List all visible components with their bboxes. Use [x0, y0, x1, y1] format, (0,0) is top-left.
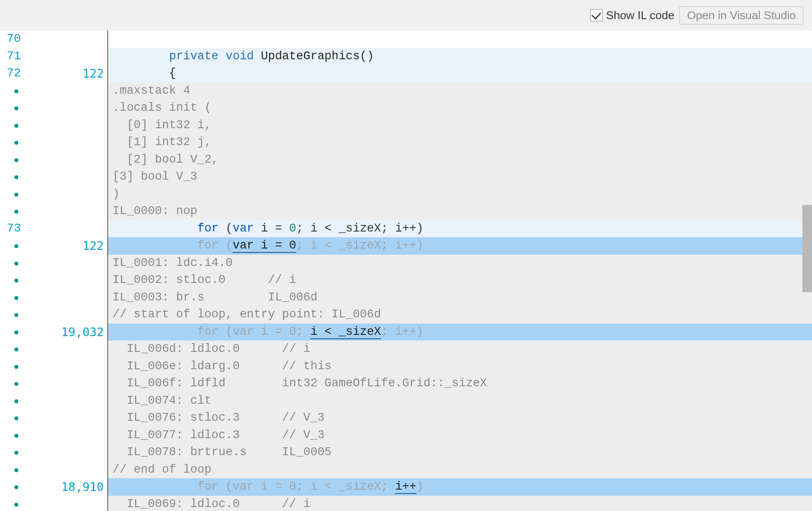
hit-count: 122 [23, 237, 107, 255]
highlight-line[interactable]: for (var i = 0; i < _sizeX; i++) [108, 324, 812, 341]
open-in-vs-button[interactable]: Open in Visual Studio [679, 7, 803, 24]
il-line[interactable]: IL_0002: stloc.0 // i [108, 272, 812, 289]
expand-dot[interactable] [0, 203, 23, 220]
expand-dot[interactable] [0, 478, 23, 496]
expand-dot[interactable] [0, 427, 23, 444]
il-line[interactable]: // start of loop, entry point: IL_006d [108, 306, 812, 324]
expand-dot[interactable] [0, 151, 23, 169]
hit-count [23, 358, 107, 375]
il-line[interactable]: IL_0000: nop [108, 203, 812, 220]
code-token: ; i++) [381, 325, 423, 338]
gutter-row [0, 306, 107, 324]
il-line[interactable]: IL_006d: ldloc.0 // i [108, 341, 812, 358]
dot-icon [14, 193, 18, 197]
code-token: IL_006e: ldarg.0 // this [113, 360, 331, 373]
il-line[interactable]: IL_0069: ldloc.0 // i [108, 496, 812, 511]
hit-count [23, 220, 107, 238]
expand-dot[interactable] [0, 306, 23, 324]
code-token [113, 50, 169, 63]
gutter-row [0, 203, 107, 220]
highlight-line[interactable]: for (var i = 0; i < _sizeX; i++) [108, 237, 812, 255]
expand-dot[interactable] [0, 444, 23, 461]
expand-dot[interactable] [0, 341, 23, 358]
highlight-line[interactable]: for (var i = 0; i < _sizeX; i++) [108, 478, 812, 496]
gutter-row [0, 444, 107, 461]
hit-count [23, 99, 107, 117]
il-line[interactable]: [2] bool V_2, [108, 151, 812, 169]
gutter-row [0, 117, 107, 134]
il-line[interactable]: [0] int32 i, [108, 117, 812, 134]
gutter-row [0, 82, 107, 100]
hit-count: 19,032 [23, 324, 107, 341]
hit-count [23, 168, 107, 186]
expand-dot[interactable] [0, 186, 23, 203]
gutter-row [0, 496, 107, 511]
code-token: IL_0077: ldloc.3 // V_3 [113, 429, 324, 442]
gutter-row: 19,032 [0, 324, 107, 341]
code-token: for [197, 222, 218, 235]
show-il-checkbox[interactable]: Show IL code [590, 9, 675, 22]
expand-dot[interactable] [0, 358, 23, 375]
il-line[interactable]: IL_006f: ldfld int32 GameOfLife.Grid::_s… [108, 375, 812, 392]
il-line[interactable]: [3] bool V_3 [108, 168, 812, 186]
expand-dot[interactable] [0, 117, 23, 134]
expand-dot[interactable] [0, 134, 23, 151]
gutter-row [0, 168, 107, 186]
scrollbar-thumb[interactable] [802, 205, 812, 292]
hit-count: 122 [23, 65, 107, 82]
expand-dot[interactable] [0, 82, 23, 100]
code-token [218, 50, 225, 63]
code-token: IL_0003: br.s IL_006d [113, 291, 317, 304]
expand-dot[interactable] [0, 409, 23, 427]
code-token: IL_006d: ldloc.0 // i [113, 342, 310, 355]
il-line[interactable]: IL_0077: ldloc.3 // V_3 [108, 427, 812, 444]
il-line[interactable]: IL_0078: brtrue.s IL_0005 [108, 444, 812, 461]
signature-line[interactable]: private void UpdateGraphics() [108, 48, 812, 65]
hit-count [23, 255, 107, 272]
expand-dot[interactable] [0, 255, 23, 272]
il-line[interactable]: IL_0003: br.s IL_006d [108, 289, 812, 307]
expand-dot[interactable] [0, 392, 23, 410]
signature-line[interactable]: { [108, 65, 812, 82]
gutter-row [0, 255, 107, 272]
gutter-row [0, 289, 107, 307]
il-line[interactable]: [1] int32 j, [108, 134, 812, 151]
code-editor[interactable]: 7071721227312219,03218,910 private void … [0, 31, 812, 511]
toolbar: Show IL code Open in Visual Studio [0, 0, 812, 31]
il-line[interactable]: IL_0076: stloc.3 // V_3 [108, 409, 812, 427]
gutter-row [0, 99, 107, 117]
hit-count [23, 427, 107, 444]
code-token: for ( [197, 239, 232, 252]
expand-dot[interactable] [0, 324, 23, 341]
expand-dot[interactable] [0, 168, 23, 186]
il-line[interactable]: IL_0001: ldc.i4.0 [108, 255, 812, 272]
code-token: ) [113, 187, 119, 201]
code-token: ( [218, 222, 232, 235]
expand-dot[interactable] [0, 496, 23, 511]
il-line[interactable]: // end of loop [108, 461, 812, 479]
source-line[interactable] [108, 31, 812, 48]
il-line[interactable]: IL_0074: clt [108, 392, 812, 410]
source-line[interactable]: for (var i = 0; i < _sizeX; i++) [108, 220, 812, 238]
gutter-row [0, 375, 107, 392]
hit-count [23, 272, 107, 289]
code-token: [0] int32 i, [113, 119, 212, 132]
expand-dot[interactable] [0, 99, 23, 117]
code-column: private void UpdateGraphics() {.maxstack… [108, 31, 812, 511]
code-token: IL_0000: nop [113, 204, 197, 218]
gutter-row [0, 409, 107, 427]
il-line[interactable]: ) [108, 186, 812, 203]
scrollbar-track[interactable] [802, 31, 812, 511]
expand-dot[interactable] [0, 272, 23, 289]
il-line[interactable]: .locals init ( [108, 99, 812, 117]
gutter-row [0, 134, 107, 151]
expand-dot[interactable] [0, 289, 23, 307]
code-token: var i = 0 [232, 239, 296, 253]
expand-dot[interactable] [0, 461, 23, 479]
expand-dot[interactable] [0, 237, 23, 255]
il-line[interactable]: .maxstack 4 [108, 82, 812, 100]
expand-dot[interactable] [0, 375, 23, 392]
il-line[interactable]: IL_006e: ldarg.0 // this [108, 358, 812, 375]
dot-icon [14, 451, 18, 455]
code-token: .locals init ( [113, 101, 212, 114]
